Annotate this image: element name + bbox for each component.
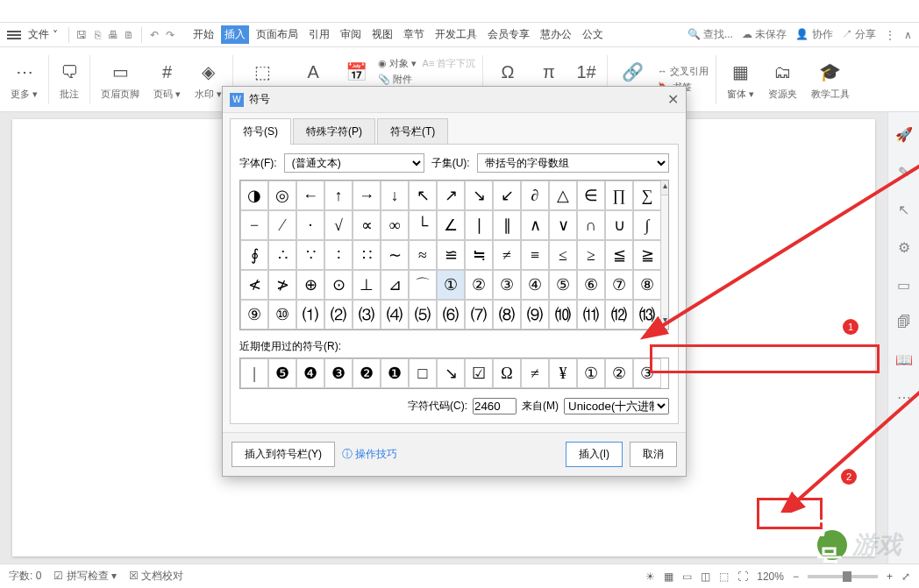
attachment-button[interactable]: 📎 附件 <box>378 73 412 86</box>
share-button[interactable]: ↗ 分享 <box>842 27 876 42</box>
symbol-cell[interactable]: ⑩ <box>268 300 296 329</box>
zoom-in-icon[interactable]: + <box>887 570 893 583</box>
tab-start[interactable]: 开始 <box>189 25 217 44</box>
redo-icon[interactable]: ↷ <box>163 28 177 42</box>
symbol-cell[interactable]: ∏ <box>605 181 633 210</box>
symbol-cell[interactable]: ⑶ <box>353 300 381 329</box>
symbol-cell[interactable]: ⑨ <box>240 300 268 329</box>
form-button[interactable]: ▦窗体 ▾ <box>720 47 761 111</box>
symbol-cell[interactable]: ≧ <box>633 240 661 270</box>
book-icon[interactable]: 📖 <box>895 351 913 368</box>
symbol-cell[interactable]: ⑧ <box>633 270 661 300</box>
symbol-cell[interactable]: ≠ <box>493 240 521 270</box>
symbol-cell[interactable]: ∞ <box>381 210 409 240</box>
symbol-cell[interactable]: √ <box>324 210 353 240</box>
symbol-cell[interactable]: ∶ <box>324 240 353 270</box>
symbol-cell[interactable]: ≯ <box>268 270 296 300</box>
symbol-cell[interactable]: ∨ <box>549 210 577 240</box>
view-mode-3-icon[interactable]: ▭ <box>682 570 692 583</box>
tab-huiban[interactable]: 慧办公 <box>537 25 575 44</box>
recent-symbol-cell[interactable]: ¥ <box>549 358 577 388</box>
symbol-cell[interactable]: ∮ <box>240 240 268 270</box>
recent-symbol-cell[interactable]: ③ <box>633 358 661 388</box>
spellcheck-toggle[interactable]: ☑ 拼写检查 ▾ <box>53 569 117 584</box>
symbol-cell[interactable]: ↖ <box>409 181 437 210</box>
symbol-cell[interactable]: ⑸ <box>409 300 437 329</box>
view-mode-4-icon[interactable]: ◫ <box>701 570 710 583</box>
view-mode-1-icon[interactable]: ☀ <box>645 570 655 583</box>
crossref-button[interactable]: ↔ 交叉引用 <box>658 65 709 78</box>
symbol-cell[interactable]: ④ <box>521 270 549 300</box>
symbol-cell[interactable]: ∑ <box>633 181 661 210</box>
tab-layout[interactable]: 页面布局 <box>253 25 302 44</box>
symbol-cell[interactable]: ⑾ <box>577 300 605 329</box>
file-menu[interactable]: 文件 ˅ <box>23 27 63 42</box>
recent-symbol-cell[interactable]: ↘ <box>437 358 465 388</box>
symbol-cell[interactable]: ⌒ <box>409 270 437 300</box>
symbol-cell[interactable]: ∷ <box>353 240 381 270</box>
symbol-cell[interactable]: → <box>353 181 381 210</box>
zoom-value[interactable]: 120% <box>757 570 784 583</box>
subset-select[interactable]: 带括号的字母数组 <box>477 153 669 173</box>
symbol-cell[interactable]: △ <box>549 181 577 210</box>
symbol-cell[interactable]: ⊕ <box>296 270 324 300</box>
proofread-toggle[interactable]: ☒ 文档校对 <box>129 569 183 584</box>
symbol-cell[interactable]: ⒀ <box>633 300 661 329</box>
more-icon[interactable]: ⋮ <box>885 29 895 41</box>
symbol-cell[interactable]: ∴ <box>268 240 296 270</box>
teaching-button[interactable]: 🎓教学工具 <box>804 47 857 111</box>
word-count[interactable]: 字数: 0 <box>9 569 41 584</box>
template-icon[interactable]: 🗐 <box>897 315 911 330</box>
recent-symbol-cell[interactable]: ① <box>577 358 605 388</box>
symbol-cell[interactable]: ∂ <box>521 181 549 210</box>
symbol-cell[interactable]: ≌ <box>437 240 465 270</box>
recent-symbol-cell[interactable]: ❸ <box>324 358 353 388</box>
pencil-icon[interactable]: ✎ <box>898 164 909 181</box>
symbol-cell[interactable]: ≒ <box>465 240 493 270</box>
symbol-cell[interactable]: · <box>296 210 324 240</box>
tab-insert[interactable]: 插入 <box>221 25 249 44</box>
recent-symbol-cell[interactable]: ② <box>605 358 633 388</box>
symbol-cell[interactable]: ↙ <box>493 181 521 210</box>
expand-icon[interactable]: ∧ <box>904 29 912 41</box>
view-mode-5-icon[interactable]: ⬚ <box>719 570 729 583</box>
comment-button[interactable]: 🗨批注 <box>53 47 86 111</box>
recent-symbol-cell[interactable]: ❺ <box>268 358 296 388</box>
symbol-cell[interactable]: ⊿ <box>381 270 409 300</box>
recent-symbol-cell[interactable]: □ <box>409 358 437 388</box>
symbol-cell[interactable]: ∧ <box>521 210 549 240</box>
symbol-cell[interactable]: ⑵ <box>324 300 353 329</box>
ruler-icon[interactable]: ▭ <box>897 277 910 294</box>
object-button[interactable]: ◉ 对象 ▾ A≡ 首字下沉 <box>378 57 475 70</box>
symbol-cell[interactable]: ∪ <box>605 210 633 240</box>
symbol-cell[interactable]: ⑼ <box>521 300 549 329</box>
recent-symbol-cell[interactable]: | <box>240 358 268 388</box>
symbol-cell[interactable]: ⑴ <box>296 300 324 329</box>
symbol-cell[interactable]: ⑦ <box>605 270 633 300</box>
header-footer-button[interactable]: ▭页眉页脚 <box>94 47 146 111</box>
symbol-cell[interactable]: ← <box>296 181 324 210</box>
symbol-cell[interactable]: ∝ <box>353 210 381 240</box>
symbol-cell[interactable]: ⑤ <box>549 270 577 300</box>
tab-dev[interactable]: 开发工具 <box>431 25 481 44</box>
save-icon[interactable]: 🖫 <box>75 28 89 42</box>
search-box[interactable]: 🔍 查找... <box>687 27 733 42</box>
recent-symbol-cell[interactable]: ❶ <box>381 358 409 388</box>
cancel-button[interactable]: 取消 <box>630 442 677 467</box>
symbol-cell[interactable]: ⑥ <box>577 270 605 300</box>
insert-to-bar-button[interactable]: 插入到符号栏(Y) <box>232 442 335 467</box>
symbol-cell[interactable]: ① <box>437 270 465 300</box>
tips-link[interactable]: ⓘ 操作技巧 <box>342 447 397 462</box>
undo-icon[interactable]: ↶ <box>147 28 161 42</box>
settings-icon[interactable]: ⚙ <box>898 239 910 256</box>
tab-view[interactable]: 视图 <box>368 25 396 44</box>
symbol-cell[interactable]: ∈ <box>577 181 605 210</box>
symbol-cell[interactable]: ⑿ <box>605 300 633 329</box>
grid-scrollbar[interactable]: ▴▾ <box>661 181 668 329</box>
recent-symbol-cell[interactable]: ❷ <box>353 358 381 388</box>
symbol-cell[interactable]: ③ <box>493 270 521 300</box>
symbol-cell[interactable]: ⑹ <box>437 300 465 329</box>
symbol-cell[interactable]: − <box>240 210 268 240</box>
symbol-cell[interactable]: ↑ <box>324 181 353 210</box>
symbol-cell[interactable]: ⑻ <box>493 300 521 329</box>
